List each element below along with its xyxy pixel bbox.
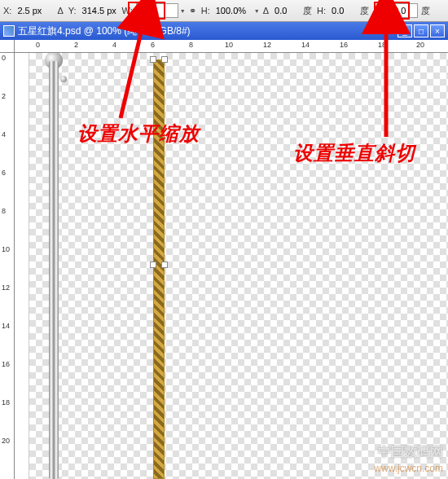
dropdown-icon[interactable]: ▼: [180, 8, 186, 14]
minimize-button[interactable]: _: [397, 24, 412, 37]
ruler-tick-label: 12: [263, 41, 271, 49]
ruler-origin-corner[interactable]: [0, 40, 15, 53]
rope-layer[interactable]: [153, 59, 165, 479]
ruler-tick-label: 8: [189, 41, 193, 49]
w-label: W:: [121, 6, 134, 15]
document-titlebar: 五星红旗4.psd @ 100% (绳子, RGB/8#) _ □ ×: [0, 22, 448, 40]
transform-handle[interactable]: [161, 56, 168, 63]
rotate-unit: 度: [301, 5, 314, 17]
ruler-tick-label: 2: [2, 93, 6, 100]
skew-v-input[interactable]: [385, 3, 418, 18]
maximize-button[interactable]: □: [414, 24, 428, 37]
skew-v-label: V:: [372, 6, 384, 15]
ruler-tick-label: 14: [301, 41, 310, 49]
transform-handle[interactable]: [161, 261, 168, 268]
document-canvas[interactable]: [15, 53, 448, 479]
height-scale-input[interactable]: [213, 3, 253, 18]
watermark-line1: 中国数码网: [378, 444, 443, 461]
h-label: H:: [200, 6, 212, 15]
transform-options-bar: X: Δ Y: W: ▼ ⚭ H: ▼ Δ 度 H: 度 V: 度: [0, 0, 448, 22]
ruler-tick-label: 8: [2, 208, 6, 215]
skew-h-input[interactable]: [329, 3, 357, 18]
width-scale-input[interactable]: [136, 3, 178, 18]
vertical-ruler[interactable]: 0 2 4 6 8 10 12 14 16 18 20: [0, 53, 15, 479]
horizontal-ruler[interactable]: 0 2 4 6 8 10 12 14 16 18 20: [15, 40, 448, 53]
ruler-tick-label: 16: [340, 41, 348, 49]
skew-h-unit: 度: [358, 5, 371, 17]
rotate-angle-input[interactable]: [272, 3, 300, 18]
ruler-tick-label: 0: [2, 55, 6, 62]
y-coord-input[interactable]: [80, 3, 119, 18]
ruler-tick-label: 20: [2, 437, 10, 445]
rotate-label: Δ: [261, 6, 270, 15]
document-title: 五星红旗4.psd @ 100% (绳子, RGB/8#): [18, 24, 191, 38]
ruler-tick-label: 10: [2, 246, 10, 253]
x-label: X:: [2, 6, 13, 15]
ruler-tick-label: 4: [112, 41, 116, 49]
ps-document-icon: [3, 25, 15, 37]
ruler-tick-label: 4: [2, 131, 6, 138]
skew-h-label: H:: [315, 6, 327, 15]
y-label: Y:: [67, 6, 78, 15]
ruler-tick-label: 6: [2, 169, 6, 177]
ruler-tick-label: 18: [378, 41, 386, 49]
ruler-tick-label: 18: [2, 399, 10, 406]
flagpole-small-sphere: [60, 76, 67, 82]
dropdown-icon[interactable]: ▼: [254, 8, 260, 14]
delta-label: Δ: [55, 6, 64, 15]
transform-handle[interactable]: [150, 56, 156, 63]
flagpole: [49, 61, 59, 479]
ruler-tick-label: 6: [151, 41, 155, 49]
ruler-tick-label: 14: [2, 323, 10, 330]
ruler-tick-label: 20: [416, 41, 424, 49]
close-button[interactable]: ×: [430, 24, 445, 37]
transparency-checker: [29, 53, 448, 479]
skew-v-unit: 度: [419, 5, 432, 17]
transform-handle[interactable]: [150, 261, 156, 268]
watermark-line2: www.jcwcn.com: [374, 463, 443, 474]
canvas-margin: [15, 53, 29, 479]
ruler-tick-label: 2: [74, 41, 78, 49]
ruler-tick-label: 10: [225, 41, 233, 49]
ruler-tick-label: 0: [36, 41, 40, 49]
link-icon[interactable]: ⚭: [187, 6, 198, 16]
x-coord-input[interactable]: [15, 3, 54, 18]
ruler-tick-label: 12: [2, 284, 10, 292]
ruler-tick-label: 16: [2, 361, 10, 368]
